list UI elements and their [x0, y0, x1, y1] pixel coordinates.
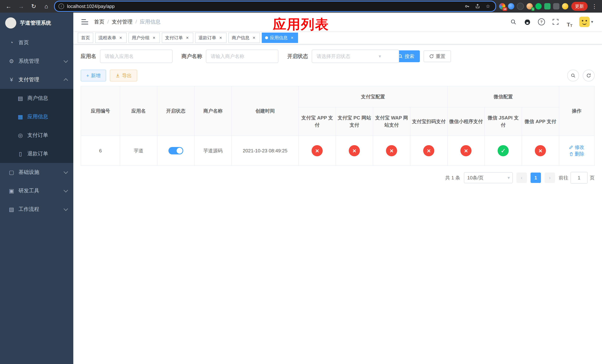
app-title: 芋道管理系统	[20, 20, 51, 26]
status-select-input[interactable]	[312, 50, 399, 63]
close-icon[interactable]: ×	[118, 35, 123, 40]
breadcrumb-home[interactable]: 首页	[94, 18, 104, 25]
tab-refund-order[interactable]: 退款订单 ×	[195, 32, 226, 43]
help-icon[interactable]: ?	[536, 16, 547, 28]
close-icon[interactable]: ×	[151, 35, 157, 40]
browser-reload-icon[interactable]: ↻	[29, 1, 39, 11]
reset-button[interactable]: 重置	[424, 50, 451, 62]
extension-badge: 10	[502, 7, 507, 11]
sidebar-item-workflow[interactable]: ▧ 工作流程	[0, 200, 73, 218]
col-status: 开启状态	[157, 86, 194, 136]
app-name-input[interactable]	[100, 50, 172, 63]
cell-app-id: 6	[81, 136, 120, 166]
password-key-icon[interactable]	[463, 3, 471, 10]
page-size-select[interactable]: 10条/页 ▾	[464, 172, 513, 183]
breadcrumb-section[interactable]: 支付管理	[112, 18, 133, 25]
goto-page: 前往 页	[559, 172, 595, 184]
col-alipay-app: 支付宝 APP 支付	[299, 107, 336, 136]
prev-page-button[interactable]: ‹	[516, 172, 527, 183]
col-app-id: 应用编号	[81, 86, 120, 136]
extension-dark-icon[interactable]	[517, 3, 524, 10]
breadcrumb-current: 应用信息	[140, 18, 161, 25]
col-created: 创建时间	[232, 86, 299, 136]
browser-menu-icon[interactable]: ⋮	[591, 3, 598, 10]
browser-back-icon[interactable]: ←	[4, 1, 13, 11]
col-group-wechat: 微信配置	[447, 86, 559, 107]
extension-blue-drop-icon[interactable]	[508, 3, 514, 10]
sidebar-item-payment[interactable]: ¥ 支付管理	[0, 70, 73, 89]
profile-avatar-icon[interactable]	[562, 3, 568, 10]
chevron-down-icon	[64, 188, 68, 192]
fullscreen-icon[interactable]	[550, 16, 561, 28]
col-group-alipay: 支付宝配置	[299, 86, 447, 107]
url-text[interactable]: localhost:1024/pay/app	[67, 4, 461, 9]
close-icon[interactable]: ×	[251, 35, 257, 40]
status-toggle[interactable]	[168, 147, 183, 154]
col-alipay-wap: 支付宝 WAP 网站支付	[373, 107, 410, 136]
dashboard-icon: ◔	[7, 39, 16, 46]
close-icon[interactable]: ×	[218, 35, 223, 40]
search-icon[interactable]	[507, 16, 519, 28]
screen: ← → ↻ ⌂ i localhost:1024/pay/app ☆ 10 1	[0, 0, 602, 364]
col-app-name: 应用名	[120, 86, 157, 136]
tab-app-info[interactable]: 应用信息 ×	[262, 32, 298, 43]
page-number-1[interactable]: 1	[531, 172, 541, 183]
payment-submenu: ▤ 商户信息 ▦ 应用信息 ◎ 支付订单 ▯ 退款订单	[0, 89, 73, 163]
wx-mini-status-icon: ×	[460, 145, 472, 156]
browser-home-icon[interactable]: ⌂	[42, 1, 51, 11]
refresh-button[interactable]	[583, 70, 595, 81]
add-button[interactable]: + 新增	[81, 70, 106, 81]
extensions-puzzle-icon[interactable]	[553, 3, 559, 10]
sidebar-item-app-info[interactable]: ▦ 应用信息	[0, 107, 73, 126]
next-page-button[interactable]: ›	[545, 172, 555, 183]
url-bar[interactable]: i localhost:1024/pay/app ☆	[54, 1, 496, 12]
pagination-total: 共 1 条	[445, 175, 460, 181]
sidebar-item-dev-tools[interactable]: ▣ 研发工具	[0, 182, 73, 200]
col-actions: 操作	[559, 86, 594, 136]
col-wx-app: 微信 APP 支付	[522, 107, 559, 136]
extension-avatar-icon[interactable]: 1	[527, 3, 533, 10]
close-icon[interactable]: ×	[290, 35, 295, 40]
bookmark-star-icon[interactable]: ☆	[484, 3, 492, 10]
toggle-search-button[interactable]	[567, 70, 579, 81]
tab-process-form[interactable]: 流程表单 ×	[95, 32, 127, 43]
chrome-update-button[interactable]: 更新	[571, 2, 588, 11]
sidebar-item-home[interactable]: ◔ 首页	[0, 33, 73, 52]
sidebar-item-pay-order[interactable]: ◎ 支付订单	[0, 126, 73, 144]
github-icon[interactable]	[521, 16, 533, 28]
col-merchant: 商户名称	[194, 86, 232, 136]
document-icon: ▯	[16, 150, 24, 157]
active-tab-dot	[265, 36, 268, 39]
browser-forward-icon[interactable]: →	[16, 1, 26, 11]
close-icon[interactable]: ×	[185, 35, 190, 40]
merchant-name-input[interactable]	[206, 50, 279, 63]
infrastructure-icon: ▢	[7, 169, 16, 175]
order-icon: ◎	[16, 132, 24, 139]
edit-link[interactable]: 修改	[569, 144, 584, 150]
user-menu[interactable]: ▾	[578, 17, 597, 27]
export-button[interactable]: 导出	[110, 70, 137, 81]
sidebar-item-infra[interactable]: ▢ 基础设施	[0, 163, 73, 182]
sidebar-item-refund-order[interactable]: ▯ 退款订单	[0, 144, 73, 163]
goto-page-input[interactable]	[570, 172, 588, 184]
top-navbar: 首页 / 支付管理 / 应用信息 ?	[73, 13, 602, 32]
navbar-actions: ? TT ▾	[507, 16, 597, 28]
extension-chat-icon[interactable]	[544, 3, 550, 10]
sidebar-item-system[interactable]: ⚙ 系统管理	[0, 52, 73, 70]
chevron-down-icon	[64, 206, 68, 211]
delete-link[interactable]: 删除	[569, 151, 584, 157]
sidebar: 芋道管理系统 ◔ 首页 ⚙ 系统管理 ¥ 支付管理 ▤ 商户信息	[0, 13, 73, 364]
hamburger-icon[interactable]	[78, 16, 91, 28]
site-info-icon[interactable]: i	[58, 3, 64, 9]
tab-user-group[interactable]: 用户分组 ×	[129, 32, 160, 43]
tab-merchant-info[interactable]: 商户信息 ×	[228, 32, 260, 43]
tab-home[interactable]: 首页	[78, 32, 93, 43]
status-select[interactable]: ▾	[312, 50, 384, 63]
tab-pay-order[interactable]: 支付订单 ×	[162, 32, 193, 43]
extension-colorful-icon[interactable]: 10	[499, 3, 505, 10]
font-size-icon[interactable]: TT	[564, 16, 576, 28]
share-icon[interactable]	[474, 3, 481, 10]
extension-wechat-icon[interactable]	[535, 3, 542, 10]
apps-table: 应用编号 应用名 开启状态 商户名称 创建时间 支付宝配置 微信配置 操作 支付…	[81, 86, 595, 166]
sidebar-item-merchant-info[interactable]: ▤ 商户信息	[0, 89, 73, 107]
